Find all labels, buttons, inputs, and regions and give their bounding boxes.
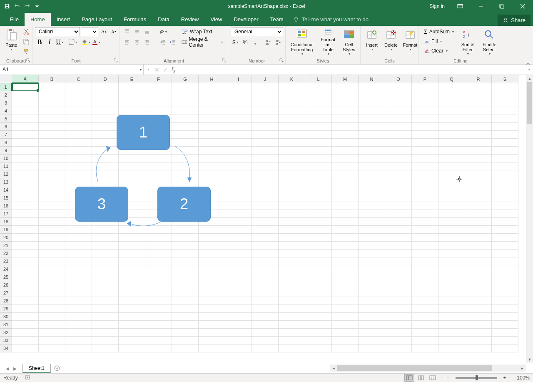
- cell[interactable]: [172, 297, 199, 305]
- cell[interactable]: [412, 329, 438, 337]
- cell[interactable]: [279, 289, 305, 297]
- cell[interactable]: [492, 273, 518, 281]
- cell[interactable]: [39, 99, 65, 107]
- new-sheet-button[interactable]: [52, 364, 62, 373]
- cell[interactable]: [119, 250, 145, 257]
- cell[interactable]: [145, 250, 172, 257]
- merge-center-button[interactable]: Merge & Center▾: [179, 37, 225, 47]
- column-header-S[interactable]: S: [492, 75, 518, 83]
- cell[interactable]: [438, 194, 465, 202]
- tab-file[interactable]: File: [4, 13, 25, 26]
- cell[interactable]: [412, 131, 438, 139]
- cell[interactable]: [252, 147, 279, 155]
- cell[interactable]: [119, 99, 145, 107]
- cell[interactable]: [359, 297, 385, 305]
- cell[interactable]: [305, 202, 332, 210]
- cell[interactable]: [39, 107, 65, 115]
- cell[interactable]: [225, 265, 252, 273]
- cell[interactable]: [199, 250, 225, 257]
- cell[interactable]: [465, 83, 492, 91]
- cell[interactable]: [385, 178, 412, 186]
- column-header-O[interactable]: O: [385, 75, 412, 83]
- cell[interactable]: [199, 99, 225, 107]
- cell[interactable]: [199, 289, 225, 297]
- cell[interactable]: [305, 178, 332, 186]
- macro-recording-icon[interactable]: [25, 375, 30, 382]
- cell[interactable]: [492, 242, 518, 250]
- cell[interactable]: [305, 210, 332, 218]
- cell[interactable]: [305, 329, 332, 337]
- column-header-B[interactable]: B: [39, 75, 65, 83]
- tab-data[interactable]: Data: [152, 13, 175, 26]
- wrap-text-button[interactable]: abcWrap Text: [179, 27, 225, 36]
- cell[interactable]: [172, 273, 199, 281]
- tab-formulas[interactable]: Formulas: [118, 13, 152, 26]
- cell[interactable]: [12, 91, 39, 99]
- cell[interactable]: [438, 186, 465, 194]
- zoom-out-button[interactable]: −: [445, 375, 451, 381]
- format-as-table-button[interactable]: Format as Table▾: [317, 27, 339, 57]
- cell[interactable]: [12, 155, 39, 162]
- cell[interactable]: [385, 91, 412, 99]
- cell[interactable]: [225, 289, 252, 297]
- cell[interactable]: [92, 329, 119, 337]
- row-header-29[interactable]: 29: [0, 305, 12, 313]
- cell[interactable]: [199, 91, 225, 99]
- cell[interactable]: [119, 297, 145, 305]
- zoom-in-button[interactable]: +: [501, 375, 508, 381]
- font-launcher-icon[interactable]: [113, 58, 118, 63]
- cell[interactable]: [492, 329, 518, 337]
- cell[interactable]: [305, 83, 332, 91]
- sort-filter-button[interactable]: AZ Sort & Filter▾: [458, 27, 477, 57]
- spreadsheet-grid[interactable]: ABCDEFGHIJKLMNOPQRS 12345678910111213141…: [0, 75, 533, 363]
- delete-cells-button[interactable]: Delete▾: [382, 27, 400, 57]
- cell[interactable]: [438, 234, 465, 242]
- cell[interactable]: [332, 281, 359, 289]
- decrease-font-button[interactable]: A▾: [109, 27, 118, 36]
- cell[interactable]: [225, 337, 252, 345]
- cell[interactable]: [438, 218, 465, 226]
- cell[interactable]: [12, 234, 39, 242]
- close-button[interactable]: [514, 0, 531, 12]
- cell[interactable]: [492, 265, 518, 273]
- cell[interactable]: [359, 218, 385, 226]
- sheet-nav-prev-button[interactable]: ◂: [4, 365, 11, 372]
- cell[interactable]: [412, 297, 438, 305]
- cell[interactable]: [225, 345, 252, 352]
- cell[interactable]: [385, 234, 412, 242]
- cell[interactable]: [279, 321, 305, 329]
- cell[interactable]: [438, 131, 465, 139]
- cell[interactable]: [92, 83, 119, 91]
- cell[interactable]: [225, 305, 252, 313]
- cell[interactable]: [145, 273, 172, 281]
- cell[interactable]: [145, 313, 172, 321]
- normal-view-button[interactable]: [404, 374, 414, 382]
- name-box[interactable]: A1 ▾: [0, 65, 144, 75]
- cell[interactable]: [199, 297, 225, 305]
- cell[interactable]: [305, 289, 332, 297]
- cell[interactable]: [225, 202, 252, 210]
- cell[interactable]: [225, 257, 252, 265]
- cell[interactable]: [252, 139, 279, 147]
- cell[interactable]: [465, 123, 492, 131]
- cell[interactable]: [145, 107, 172, 115]
- row-header-22[interactable]: 22: [0, 250, 12, 257]
- cell[interactable]: [145, 305, 172, 313]
- cell[interactable]: [199, 345, 225, 352]
- cell[interactable]: [12, 115, 39, 123]
- cell[interactable]: [279, 218, 305, 226]
- formula-input[interactable]: [178, 65, 525, 75]
- row-header-4[interactable]: 4: [0, 107, 12, 115]
- column-header-K[interactable]: K: [279, 75, 305, 83]
- cell[interactable]: [12, 273, 39, 281]
- cell[interactable]: [332, 170, 359, 178]
- cell[interactable]: [279, 147, 305, 155]
- cell[interactable]: [385, 139, 412, 147]
- cell[interactable]: [145, 265, 172, 273]
- cell[interactable]: [12, 329, 39, 337]
- cell[interactable]: [12, 107, 39, 115]
- cell[interactable]: [172, 99, 199, 107]
- cell[interactable]: [385, 115, 412, 123]
- cell[interactable]: [199, 273, 225, 281]
- cell[interactable]: [65, 313, 92, 321]
